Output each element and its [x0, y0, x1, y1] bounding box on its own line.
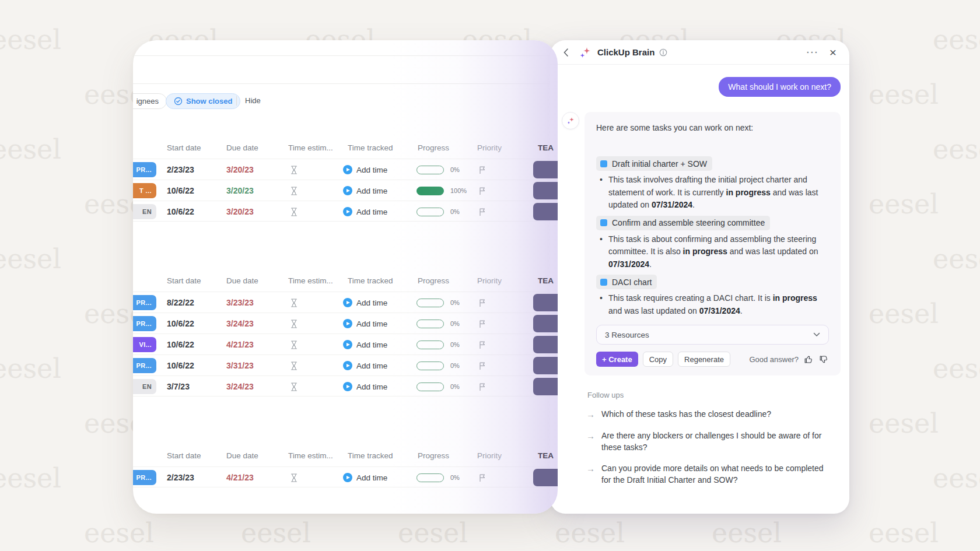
time-estimate-cell[interactable]: [290, 376, 298, 397]
task-chip[interactable]: Confirm and assemble steering committee: [596, 216, 770, 230]
time-estimate-cell[interactable]: [290, 201, 298, 222]
priority-flag-icon[interactable]: [478, 166, 487, 174]
add-time-button[interactable]: Add time: [343, 159, 387, 180]
due-date-cell[interactable]: 3/20/23: [226, 159, 254, 180]
team-cell[interactable]: [533, 294, 558, 311]
column-header[interactable]: Priority: [477, 451, 502, 460]
add-time-button[interactable]: Add time: [343, 376, 387, 397]
thumbs-down-icon[interactable]: [819, 355, 829, 364]
priority-flag-icon[interactable]: [478, 382, 487, 391]
time-estimate-cell[interactable]: [290, 180, 298, 201]
column-header[interactable]: Time estim...: [288, 143, 333, 152]
column-header-team[interactable]: TEA: [538, 451, 554, 460]
assignees-filter-pill[interactable]: ignees: [133, 93, 167, 109]
due-date-cell[interactable]: 4/21/23: [226, 334, 254, 355]
column-header-team[interactable]: TEA: [538, 143, 554, 152]
priority-flag-icon[interactable]: [478, 187, 487, 195]
priority-cell[interactable]: [478, 201, 487, 222]
priority-cell[interactable]: [478, 159, 487, 180]
status-chip[interactable]: PR...: [133, 358, 156, 373]
add-time-button[interactable]: Add time: [343, 201, 387, 222]
column-header[interactable]: Time tracked: [348, 451, 393, 460]
column-header[interactable]: Due date: [226, 276, 258, 285]
column-header[interactable]: Due date: [226, 451, 258, 460]
start-date-cell[interactable]: 10/6/22: [167, 355, 194, 376]
close-icon[interactable]: ×: [830, 47, 836, 58]
column-header[interactable]: Progress: [418, 451, 449, 460]
follow-up-item[interactable]: →Are there any blockers or challenges I …: [586, 430, 841, 453]
column-header[interactable]: Time tracked: [348, 276, 393, 285]
start-date-cell[interactable]: 8/22/22: [167, 292, 194, 313]
status-chip[interactable]: PR...: [133, 162, 156, 177]
follow-up-item[interactable]: →Can you provide more details on what ne…: [586, 463, 841, 486]
priority-flag-icon[interactable]: [478, 473, 487, 482]
priority-flag-icon[interactable]: [478, 299, 487, 307]
more-options-icon[interactable]: ···: [807, 47, 819, 57]
priority-flag-icon[interactable]: [478, 320, 487, 328]
add-time-button[interactable]: Add time: [343, 334, 387, 355]
priority-cell[interactable]: [478, 180, 487, 201]
regenerate-button[interactable]: Regenerate: [678, 352, 730, 367]
info-icon[interactable]: [659, 48, 667, 57]
table-row[interactable]: T ...10/6/223/20/23Add time100%: [133, 180, 558, 201]
priority-flag-icon[interactable]: [478, 208, 487, 216]
table-row[interactable]: EN3/7/233/24/23Add time0%: [133, 375, 558, 396]
team-cell[interactable]: [533, 203, 558, 220]
due-date-cell[interactable]: 3/31/23: [226, 355, 254, 376]
thumbs-up-icon[interactable]: [804, 355, 814, 364]
add-time-button[interactable]: Add time: [343, 355, 387, 376]
table-row[interactable]: PR...10/6/223/31/23Add time0%: [133, 355, 558, 375]
table-row[interactable]: EN10/6/223/20/23Add time0%: [133, 201, 558, 222]
status-chip[interactable]: PR...: [133, 295, 156, 310]
priority-cell[interactable]: [478, 376, 487, 397]
column-header[interactable]: Start date: [167, 143, 201, 152]
hide-button[interactable]: Hide: [245, 93, 261, 109]
column-header[interactable]: Start date: [167, 451, 201, 460]
add-time-button[interactable]: Add time: [343, 180, 387, 201]
priority-cell[interactable]: [478, 334, 487, 355]
task-chip[interactable]: DACI chart: [596, 275, 657, 289]
team-cell[interactable]: [533, 161, 558, 178]
time-estimate-cell[interactable]: [290, 467, 298, 488]
column-header[interactable]: Progress: [418, 276, 449, 285]
team-cell[interactable]: [533, 315, 558, 332]
due-date-cell[interactable]: 3/24/23: [226, 376, 254, 397]
start-date-cell[interactable]: 10/6/22: [167, 201, 194, 222]
due-date-cell[interactable]: 3/20/23: [226, 180, 254, 201]
add-time-button[interactable]: Add time: [343, 292, 387, 313]
team-cell[interactable]: [533, 378, 558, 395]
team-cell[interactable]: [533, 357, 558, 374]
due-date-cell[interactable]: 3/23/23: [226, 292, 254, 313]
priority-cell[interactable]: [478, 313, 487, 334]
table-row[interactable]: PR...2/23/234/21/23Add time0%: [133, 466, 558, 487]
column-header[interactable]: Time estim...: [288, 276, 333, 285]
column-header[interactable]: Due date: [226, 143, 258, 152]
start-date-cell[interactable]: 10/6/22: [167, 180, 194, 201]
task-chip[interactable]: Draft initial charter + SOW: [596, 156, 712, 171]
status-chip[interactable]: EN: [133, 379, 156, 394]
start-date-cell[interactable]: 3/7/23: [167, 376, 190, 397]
copy-button[interactable]: Copy: [643, 352, 673, 367]
column-header[interactable]: Priority: [477, 276, 502, 285]
show-closed-toggle[interactable]: Show closed: [166, 93, 240, 109]
time-estimate-cell[interactable]: [290, 292, 298, 313]
back-chevron-icon[interactable]: [563, 48, 569, 57]
resources-dropdown[interactable]: 3 Resources: [596, 325, 829, 345]
priority-cell[interactable]: [478, 467, 487, 488]
status-chip[interactable]: PR...: [133, 316, 156, 331]
follow-up-item[interactable]: →Which of these tasks has the closest de…: [586, 409, 841, 420]
table-row[interactable]: VI...10/6/224/21/23Add time0%: [133, 334, 558, 355]
team-cell[interactable]: [533, 336, 558, 353]
table-row[interactable]: PR...10/6/223/24/23Add time0%: [133, 313, 558, 334]
column-header[interactable]: Time tracked: [348, 143, 393, 152]
priority-cell[interactable]: [478, 355, 487, 376]
column-header[interactable]: Priority: [477, 143, 502, 152]
time-estimate-cell[interactable]: [290, 313, 298, 334]
priority-flag-icon[interactable]: [478, 341, 487, 349]
start-date-cell[interactable]: 2/23/23: [167, 467, 194, 488]
due-date-cell[interactable]: 3/20/23: [226, 201, 254, 222]
priority-flag-icon[interactable]: [478, 362, 487, 370]
column-header[interactable]: Progress: [418, 143, 449, 152]
priority-cell[interactable]: [478, 292, 487, 313]
column-header-team[interactable]: TEA: [538, 276, 554, 285]
